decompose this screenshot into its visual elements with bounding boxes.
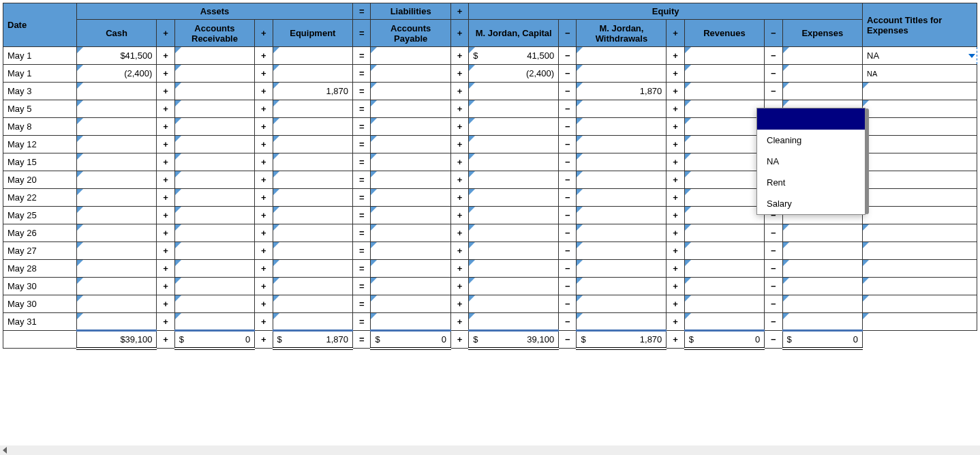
- ap-cell[interactable]: [371, 313, 450, 331]
- equipment-cell[interactable]: [273, 153, 352, 171]
- cash-cell[interactable]: [76, 189, 156, 207]
- ap-cell[interactable]: [371, 260, 450, 278]
- ar-cell[interactable]: [174, 295, 254, 313]
- cash-cell[interactable]: [76, 295, 156, 313]
- capital-cell[interactable]: (2,400): [469, 65, 559, 83]
- equipment-cell[interactable]: [273, 207, 352, 224]
- withdrawals-cell[interactable]: [577, 118, 667, 136]
- capital-cell[interactable]: [469, 313, 559, 331]
- revenues-cell[interactable]: [684, 83, 764, 100]
- account-title-cell[interactable]: [863, 278, 977, 295]
- ar-cell[interactable]: [174, 189, 254, 207]
- ap-cell[interactable]: [371, 83, 450, 100]
- equipment-cell[interactable]: [273, 118, 352, 136]
- cash-cell[interactable]: [76, 278, 156, 295]
- equipment-cell[interactable]: [273, 100, 352, 118]
- equipment-cell[interactable]: 1,870: [273, 83, 352, 100]
- ap-cell[interactable]: [371, 278, 450, 295]
- equipment-cell[interactable]: [273, 260, 352, 278]
- ar-cell[interactable]: [174, 153, 254, 171]
- ap-cell[interactable]: [371, 171, 450, 189]
- expenses-cell[interactable]: [782, 83, 862, 100]
- expenses-cell[interactable]: [782, 224, 862, 242]
- ap-cell[interactable]: [371, 242, 450, 260]
- ar-cell[interactable]: [174, 47, 254, 65]
- expenses-cell[interactable]: [782, 278, 862, 295]
- revenues-cell[interactable]: [684, 260, 764, 278]
- account-title-cell[interactable]: [863, 118, 977, 136]
- withdrawals-cell[interactable]: 1,870: [577, 83, 667, 100]
- ap-cell[interactable]: [371, 207, 450, 224]
- revenues-cell[interactable]: [684, 295, 764, 313]
- capital-cell[interactable]: [469, 242, 559, 260]
- equipment-cell[interactable]: [273, 189, 352, 207]
- dropdown-option[interactable]: NA: [757, 151, 865, 172]
- cash-cell[interactable]: [76, 136, 156, 153]
- revenues-cell[interactable]: [684, 313, 764, 331]
- capital-cell[interactable]: [469, 136, 559, 153]
- capital-cell[interactable]: [469, 295, 559, 313]
- cash-cell[interactable]: [76, 153, 156, 171]
- dropdown-option[interactable]: Salary: [757, 193, 865, 214]
- ar-cell[interactable]: [174, 242, 254, 260]
- account-title-cell[interactable]: [863, 242, 977, 260]
- expenses-cell[interactable]: [782, 313, 862, 331]
- withdrawals-cell[interactable]: [577, 207, 667, 224]
- ap-cell[interactable]: [371, 65, 450, 83]
- capital-cell[interactable]: [469, 118, 559, 136]
- equipment-cell[interactable]: [273, 171, 352, 189]
- equipment-cell[interactable]: [273, 295, 352, 313]
- cash-cell[interactable]: [76, 171, 156, 189]
- capital-cell[interactable]: [469, 83, 559, 100]
- revenues-cell[interactable]: [684, 189, 764, 207]
- dropdown-option[interactable]: Rent: [757, 172, 865, 193]
- ar-cell[interactable]: [174, 100, 254, 118]
- revenues-cell[interactable]: [684, 242, 764, 260]
- capital-cell[interactable]: [469, 100, 559, 118]
- cash-cell[interactable]: [76, 242, 156, 260]
- revenues-cell[interactable]: [684, 153, 764, 171]
- capital-cell[interactable]: [469, 260, 559, 278]
- capital-cell[interactable]: [469, 171, 559, 189]
- ar-cell[interactable]: [174, 118, 254, 136]
- capital-cell[interactable]: [469, 224, 559, 242]
- withdrawals-cell[interactable]: [577, 171, 667, 189]
- account-title-cell[interactable]: [863, 224, 977, 242]
- revenues-cell[interactable]: [684, 47, 764, 65]
- withdrawals-cell[interactable]: [577, 242, 667, 260]
- account-title-cell[interactable]: [863, 153, 977, 171]
- ar-cell[interactable]: [174, 260, 254, 278]
- ap-cell[interactable]: [371, 118, 450, 136]
- account-title-cell[interactable]: [863, 136, 977, 153]
- withdrawals-cell[interactable]: [577, 224, 667, 242]
- withdrawals-cell[interactable]: [577, 295, 667, 313]
- cash-cell[interactable]: [76, 118, 156, 136]
- dropdown-option[interactable]: [757, 108, 865, 130]
- capital-cell[interactable]: [469, 189, 559, 207]
- ar-cell[interactable]: [174, 207, 254, 224]
- expenses-cell[interactable]: [782, 295, 862, 313]
- equipment-cell[interactable]: [273, 278, 352, 295]
- equipment-cell[interactable]: [273, 224, 352, 242]
- cash-cell[interactable]: (2,400): [76, 65, 156, 83]
- revenues-cell[interactable]: [684, 136, 764, 153]
- cash-cell[interactable]: [76, 224, 156, 242]
- cash-cell[interactable]: [76, 83, 156, 100]
- expenses-cell[interactable]: [782, 47, 862, 65]
- expenses-cell[interactable]: [782, 242, 862, 260]
- revenues-cell[interactable]: [684, 118, 764, 136]
- equipment-cell[interactable]: [273, 313, 352, 331]
- withdrawals-cell[interactable]: [577, 136, 667, 153]
- dropdown-option[interactable]: Cleaning: [757, 130, 865, 151]
- withdrawals-cell[interactable]: [577, 47, 667, 65]
- equipment-cell[interactable]: [273, 136, 352, 153]
- ar-cell[interactable]: [174, 313, 254, 331]
- ap-cell[interactable]: [371, 153, 450, 171]
- account-title-cell[interactable]: NA: [863, 65, 977, 83]
- ar-cell[interactable]: [174, 136, 254, 153]
- revenues-cell[interactable]: [684, 100, 764, 118]
- withdrawals-cell[interactable]: [577, 153, 667, 171]
- withdrawals-cell[interactable]: [577, 313, 667, 331]
- dropdown-menu[interactable]: CleaningNARentSalary: [756, 108, 866, 215]
- equipment-cell[interactable]: [273, 242, 352, 260]
